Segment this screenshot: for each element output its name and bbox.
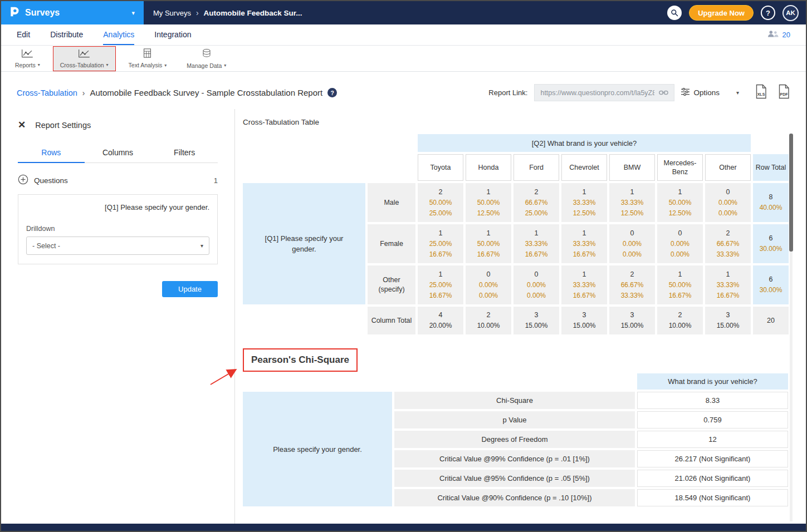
crosstab-section-title: Cross-Tabulation Table bbox=[243, 118, 806, 126]
column-header-mercedes-benz: Mercedes-Benz bbox=[657, 154, 703, 181]
report-help-icon[interactable]: ? bbox=[327, 88, 337, 97]
column-total-cell: 420.00% bbox=[418, 307, 463, 334]
panel-title: Report Settings bbox=[35, 121, 91, 130]
close-icon[interactable]: ✕ bbox=[18, 119, 26, 131]
questions-count: 1 bbox=[214, 176, 218, 185]
data-cell: 150.00%12.50% bbox=[466, 183, 511, 222]
stat-value-critical-value-99-confidence-p-01-1-: 26.217 (Not Significant) bbox=[637, 450, 788, 467]
drilldown-label: Drilldown bbox=[26, 225, 209, 233]
data-cell: 125.00%16.67% bbox=[418, 265, 463, 304]
questions-label: Questions bbox=[34, 176, 68, 185]
tab-edit[interactable]: Edit bbox=[17, 24, 30, 45]
breadcrumb: My Surveys › Automobile Feedback Sur... bbox=[153, 8, 302, 17]
svg-text:XLS: XLS bbox=[757, 92, 765, 96]
top-navbar: Surveys ▾ My Surveys › Automobile Feedba… bbox=[1, 1, 806, 24]
row-label-other-specify-: Other (specify) bbox=[368, 265, 415, 304]
column-header-other: Other bbox=[705, 154, 751, 181]
stat-label-degrees-of-freedom: Degrees of Freedom bbox=[394, 431, 635, 448]
avatar[interactable]: AK bbox=[782, 5, 799, 21]
row-total-cell: 630.00% bbox=[753, 265, 789, 304]
data-cell: 266.67%33.33% bbox=[609, 265, 655, 304]
export-pdf-icon[interactable]: PDF bbox=[777, 84, 790, 101]
breadcrumb-separator-icon: › bbox=[196, 8, 199, 17]
tab-distribute[interactable]: Distribute bbox=[50, 24, 83, 45]
report-main: Cross-Tabulation Table [Q2] What brand i… bbox=[235, 109, 806, 524]
column-total-cell: 315.00% bbox=[609, 307, 655, 334]
database-icon bbox=[202, 48, 211, 61]
data-cell: 00.00%0.00% bbox=[609, 224, 655, 263]
cross-tabulation-link[interactable]: Cross-Tabulation bbox=[17, 88, 77, 97]
q2-question-header: [Q2] What brand is your vehicle? bbox=[418, 134, 751, 152]
row-label-male: Male bbox=[368, 183, 415, 222]
report-link-input[interactable]: https://www.questionpro.com/t/la5yZ8 bbox=[534, 84, 674, 101]
toolbar-item-reports[interactable]: Reports▾ bbox=[8, 46, 47, 71]
respondents-count: 20 bbox=[782, 31, 790, 39]
link-icon[interactable] bbox=[659, 88, 668, 98]
tab-filters[interactable]: Filters bbox=[151, 143, 218, 163]
row-total-cell: 630.00% bbox=[753, 224, 789, 263]
product-switcher[interactable]: Surveys ▾ bbox=[1, 1, 144, 24]
stat-value-chi-square: 8.33 bbox=[637, 392, 788, 409]
toolbar-item-cross-tabulation[interactable]: Cross-Tabulation▾ bbox=[53, 46, 116, 71]
respondents-counter[interactable]: 20 bbox=[767, 29, 790, 40]
brand-label: Surveys bbox=[25, 8, 60, 18]
column-total-cell: 315.00% bbox=[513, 307, 559, 334]
column-header-toyota: Toyota bbox=[418, 154, 463, 181]
column-total-cell: 210.00% bbox=[657, 307, 703, 334]
stat-value-critical-value-90-confidence-p-10-10-: 18.549 (Not Significant) bbox=[637, 489, 788, 506]
cross-tab-chart-icon bbox=[78, 49, 90, 60]
update-button[interactable]: Update bbox=[162, 281, 218, 297]
help-icon[interactable]: ? bbox=[761, 6, 775, 20]
options-sliders-icon bbox=[681, 88, 689, 98]
breadcrumb-separator-icon: › bbox=[82, 88, 85, 97]
stat-value-degrees-of-freedom: 12 bbox=[637, 431, 788, 448]
breadcrumb-my-surveys[interactable]: My Surveys bbox=[153, 9, 191, 17]
column-total-cell: 315.00% bbox=[705, 307, 751, 334]
drilldown-selected-value: - Select - bbox=[32, 242, 60, 250]
options-button[interactable]: Options bbox=[681, 88, 720, 98]
data-cell: 125.00%16.67% bbox=[418, 224, 463, 263]
breadcrumb-current-survey: Automobile Feedback Sur... bbox=[204, 9, 302, 17]
chi-square-title: Pearson's Chi-Square bbox=[243, 348, 358, 372]
app-window: Surveys ▾ My Surveys › Automobile Feedba… bbox=[0, 0, 807, 532]
row-label-female: Female bbox=[368, 224, 415, 263]
column-total-cell: 210.00% bbox=[466, 307, 511, 334]
toolbar-item-text-analysis[interactable]: Text Analysis▾ bbox=[121, 46, 174, 71]
data-cell: 150.00%12.50% bbox=[657, 183, 703, 222]
grand-total-cell: 20 bbox=[753, 307, 789, 334]
data-cell: 150.00%16.67% bbox=[657, 265, 703, 304]
column-total-cell: 315.00% bbox=[561, 307, 607, 334]
toolbar-item-label: Text Analysis bbox=[129, 62, 163, 68]
options-chevron-icon[interactable]: ▾ bbox=[736, 90, 739, 96]
tab-integration[interactable]: Integration bbox=[154, 24, 191, 45]
data-cell: 266.67%25.00% bbox=[513, 183, 559, 222]
data-cell: 250.00%25.00% bbox=[418, 183, 463, 222]
chevron-down-icon: ▾ bbox=[131, 9, 135, 17]
row-total-header: Row Total bbox=[753, 154, 789, 181]
report-actions: Report Link: https://www.questionpro.com… bbox=[488, 84, 790, 101]
content-area: ✕ Report Settings Rows Columns Filters Q… bbox=[1, 109, 806, 524]
topbar-actions: Upgrade Now ? AK bbox=[667, 5, 806, 21]
stat-value-p-value: 0.759 bbox=[637, 411, 788, 428]
upgrade-now-button[interactable]: Upgrade Now bbox=[689, 5, 754, 21]
data-cell: 00.00%0.00% bbox=[705, 183, 751, 222]
tab-analytics[interactable]: Analytics bbox=[103, 24, 134, 45]
tab-columns[interactable]: Columns bbox=[85, 143, 151, 163]
survey-nav: Edit Distribute Analytics Integration 20 bbox=[1, 24, 806, 46]
export-xls-icon[interactable]: XLS bbox=[755, 84, 767, 101]
column-header-bmw: BMW bbox=[609, 154, 655, 181]
q1-question-cell: [Q1] Please specify your gender. bbox=[243, 183, 365, 304]
column-header-honda: Honda bbox=[466, 154, 511, 181]
drilldown-select[interactable]: - Select - ▾ bbox=[26, 237, 209, 255]
data-cell: 00.00%0.00% bbox=[466, 265, 511, 304]
data-cell: 133.33%16.67% bbox=[561, 265, 607, 304]
search-icon[interactable] bbox=[667, 6, 682, 20]
survey-nav-tabs: Edit Distribute Analytics Integration bbox=[17, 24, 191, 45]
scrollbar-thumb[interactable] bbox=[789, 134, 793, 252]
toolbar-item-manage-data[interactable]: Manage Data▾ bbox=[179, 46, 233, 72]
data-cell: 133.33%16.67% bbox=[705, 265, 751, 304]
add-question-icon[interactable] bbox=[18, 174, 28, 187]
tab-rows[interactable]: Rows bbox=[18, 143, 85, 163]
row-total-cell: 840.00% bbox=[753, 183, 789, 222]
toolbar-item-label: Manage Data bbox=[187, 62, 222, 69]
